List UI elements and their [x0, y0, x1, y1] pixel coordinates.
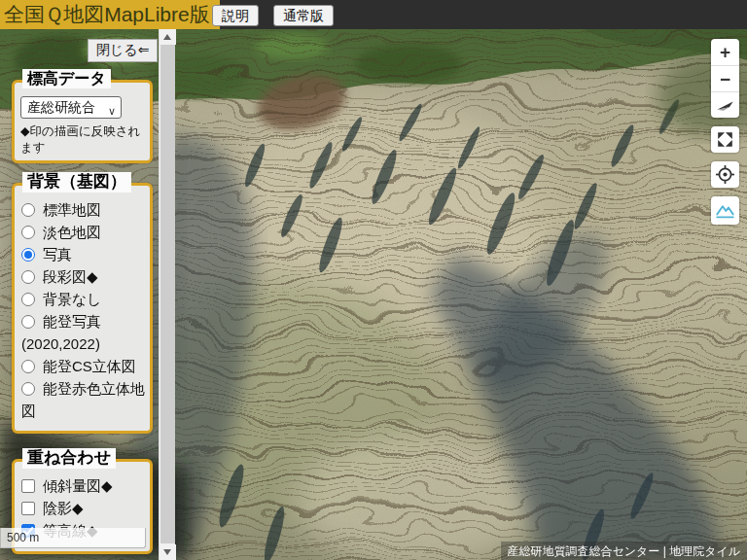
- app-header: 全国Ｑ地図MapLibre版 説明 通常版: [0, 0, 747, 29]
- fullscreen-button[interactable]: [711, 126, 739, 153]
- overlay-option-label: 陰影◆: [43, 500, 84, 516]
- basemap-option-standard[interactable]: 標準地図: [21, 198, 146, 221]
- scrollbar-down-button[interactable]: [160, 544, 176, 560]
- geolocate-button[interactable]: [711, 161, 739, 188]
- terrain-toggle-button[interactable]: [711, 196, 739, 225]
- overlay-option-slope[interactable]: 傾斜量図◆: [21, 474, 146, 497]
- basemap-option-none[interactable]: 背景なし: [21, 288, 146, 310]
- basemap-option-noto-red[interactable]: 能登赤色立体地図: [21, 377, 146, 422]
- basemap-option-hypsometric[interactable]: 段彩図◆: [21, 265, 146, 288]
- radio-icon[interactable]: [21, 315, 35, 329]
- compass-button[interactable]: [711, 91, 739, 118]
- radio-icon[interactable]: [21, 270, 35, 284]
- elevation-data-panel: 標高データ 産総研統合 ∨ ◆印の描画に反映されます: [12, 80, 153, 163]
- basemap-option-noto-cs[interactable]: 能登CS立体図: [21, 355, 146, 377]
- zoom-in-button[interactable]: +: [711, 39, 739, 65]
- basemap-option-label: 背景なし: [43, 291, 102, 307]
- normal-version-button[interactable]: 通常版: [273, 5, 334, 26]
- overlay-option-hillshade[interactable]: 陰影◆: [21, 497, 146, 519]
- radio-icon[interactable]: [21, 226, 35, 239]
- basemap-option-label: 標準地図: [43, 201, 101, 218]
- elevation-note: ◆印の描画に反映されます: [20, 123, 144, 157]
- radio-icon[interactable]: [21, 248, 35, 262]
- map-attribution: 産総研地質調査総合センター | 地理院タイル: [501, 542, 747, 560]
- scrollbar-up-button[interactable]: [160, 29, 176, 45]
- basemap-option-label: 写真: [43, 246, 72, 262]
- geolocate-icon: [713, 162, 737, 187]
- chevron-down-icon: ∨: [108, 101, 116, 122]
- radio-icon[interactable]: [21, 360, 35, 373]
- radio-icon[interactable]: [21, 203, 35, 217]
- nav-control-group: + −: [711, 39, 739, 118]
- fullscreen-icon: [713, 127, 737, 152]
- basemap-option-pale[interactable]: 淡色地図: [21, 221, 146, 243]
- basemap-option-label: 能登赤色立体地図: [21, 380, 145, 419]
- scale-bar: 500 m: [0, 528, 146, 548]
- help-button[interactable]: 説明: [212, 5, 259, 26]
- checkbox-icon[interactable]: [21, 502, 35, 515]
- basemap-option-label: 段彩図◆: [43, 268, 98, 285]
- app-title: 全国Ｑ地図MapLibre版: [0, 0, 220, 29]
- checkbox-icon[interactable]: [21, 479, 35, 493]
- sidebar-scrollbar[interactable]: [159, 29, 175, 560]
- basemap-option-photo[interactable]: 写真: [21, 243, 146, 265]
- basemap-options: 標準地図 淡色地図 写真 段彩図◆ 背景なし 能登写真 (2020,2022) …: [15, 198, 150, 422]
- radio-icon[interactable]: [21, 293, 35, 306]
- scrollbar-thumb[interactable]: [160, 45, 175, 543]
- zoom-out-button[interactable]: −: [711, 65, 739, 91]
- overlay-option-label: 傾斜量図◆: [43, 477, 113, 494]
- sidebar-close-button[interactable]: 閉じる⇐: [88, 39, 158, 62]
- terrain-icon: [713, 198, 737, 223]
- minus-icon: −: [720, 70, 730, 88]
- basemap-option-label: 淡色地図: [43, 224, 101, 240]
- overlay-panel-title: 重ね合わせ: [22, 448, 116, 469]
- map-controls: + −: [711, 39, 739, 233]
- elevation-select-value: 産総研統合: [27, 99, 95, 115]
- elevation-panel-title: 標高データ: [22, 69, 111, 88]
- elevation-source-select[interactable]: 産総研統合 ∨: [20, 96, 122, 119]
- basemap-option-label: 能登CS立体図: [43, 358, 136, 374]
- plus-icon: +: [720, 43, 730, 61]
- compass-icon: [713, 93, 737, 118]
- basemap-panel: 背景（基図） 標準地図 淡色地図 写真 段彩図◆ 背景なし 能登写真 (2020…: [12, 183, 153, 434]
- basemap-option-noto-photo[interactable]: 能登写真 (2020,2022): [21, 310, 146, 355]
- radio-icon[interactable]: [21, 382, 35, 396]
- basemap-panel-title: 背景（基図）: [22, 172, 131, 192]
